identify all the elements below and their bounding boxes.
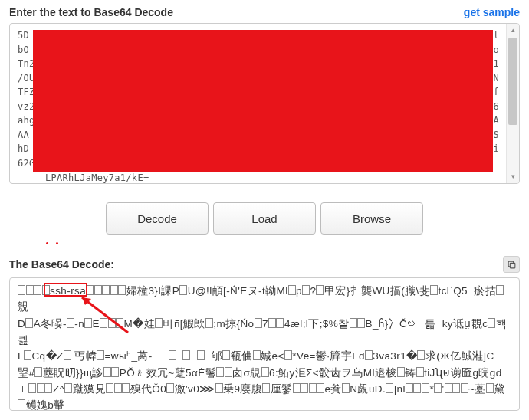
decoded-output[interactable]: ssh-rsa婦橦3}I課PU@!l頔[-Ń'Eヌ-t靿Mlp?甲宏}扌龑WU揊…: [10, 278, 519, 411]
scroll-up-arrow[interactable]: ▴: [507, 24, 519, 37]
get-sample-link[interactable]: get sample: [464, 6, 520, 18]
copy-icon[interactable]: [503, 256, 520, 273]
svg-rect-0: [510, 263, 515, 268]
output-label: The Base64 Decode:: [9, 258, 114, 271]
decode-button[interactable]: Decode: [106, 202, 209, 235]
input-container: 5D bO Tn2 /OU TFZ vz2 ahg AA hD 62Gtl Nl…: [9, 23, 520, 184]
scroll-down-arrow[interactable]: ▾: [507, 170, 519, 183]
scrollbar-thumb[interactable]: [508, 38, 518, 125]
load-button[interactable]: Load: [213, 202, 316, 235]
scrollbar[interactable]: ▴ ▾: [506, 24, 519, 183]
output-container: ssh-rsa婦橦3}I課PU@!l頔[-Ń'Eヌ-t靿Mlp?甲宏}扌龑WU揊…: [9, 277, 520, 411]
decorative-dots: [46, 242, 58, 244]
base64-input[interactable]: 5D bO Tn2 /OU TFZ vz2 ahg AA hD 62Gtl Nl…: [10, 24, 519, 183]
input-label: Enter the text to Base64 Decode: [9, 6, 173, 18]
browse-button[interactable]: Browse: [320, 202, 423, 235]
